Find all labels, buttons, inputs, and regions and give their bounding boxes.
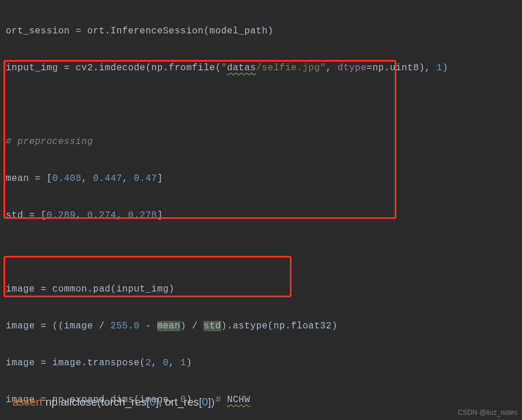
code-line (6, 96, 516, 114)
code-line: ort_session = ort.InferenceSession(model… (6, 22, 516, 40)
code-line: input_img = cv2.imdecode(np.fromfile("da… (6, 59, 516, 77)
selected-word: std (203, 321, 221, 331)
code-text: ort_session = ort.InferenceSession(model… (6, 26, 274, 36)
selected-word: mean (157, 321, 180, 331)
code-line: # preprocessing (6, 133, 516, 151)
code-line: std = [0.289, 0.274, 0.278] (6, 206, 516, 225)
bottom-code-line: assert np.allclose(torch_res[0], ort_res… (0, 396, 522, 408)
code-line: mean = [0.408, 0.447, 0.47] (6, 169, 516, 188)
code-line (6, 243, 516, 262)
code-editor[interactable]: ort_session = ort.InferenceSession(model… (0, 0, 522, 420)
code-line: image = image.transpose(2, 0, 1) (6, 354, 516, 372)
comment: # preprocessing (6, 137, 93, 147)
watermark: CSDN @liuz_notes (457, 408, 517, 417)
code-line: image = ((image / 255.0 - mean) / std).a… (6, 317, 516, 335)
code-line: image = common.pad(input_img) (6, 280, 516, 298)
string-underlined: datas (227, 63, 256, 73)
